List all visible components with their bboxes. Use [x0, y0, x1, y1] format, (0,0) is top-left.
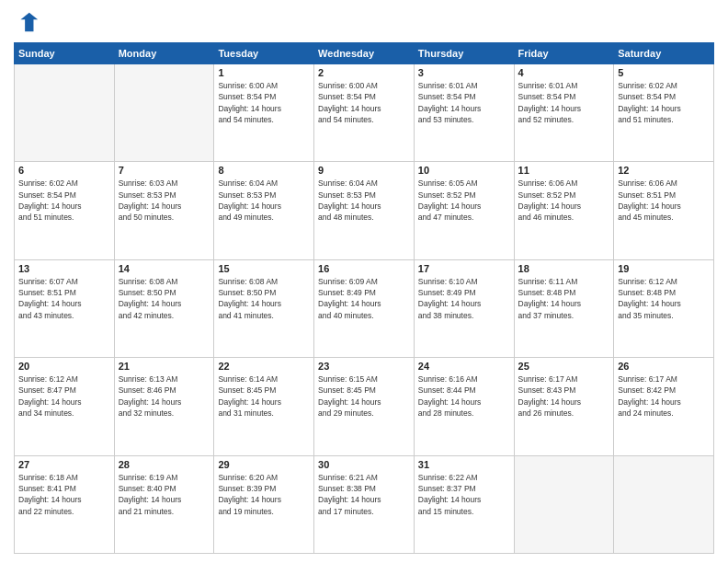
day-number: 3 — [418, 67, 510, 78]
day-cell: 7Sunrise: 6:03 AM Sunset: 8:53 PM Daylig… — [114, 162, 214, 259]
day-info: Sunrise: 6:02 AM Sunset: 8:54 PM Dayligh… — [618, 80, 710, 125]
day-cell: 23Sunrise: 6:15 AM Sunset: 8:45 PM Dayli… — [314, 358, 415, 455]
week-row-4: 20Sunrise: 6:12 AM Sunset: 8:47 PM Dayli… — [15, 358, 714, 455]
day-number: 31 — [418, 459, 510, 470]
day-info: Sunrise: 6:11 AM Sunset: 8:48 PM Dayligh… — [518, 276, 610, 321]
day-info: Sunrise: 6:05 AM Sunset: 8:52 PM Dayligh… — [418, 178, 510, 223]
week-row-1: 1Sunrise: 6:00 AM Sunset: 8:54 PM Daylig… — [15, 64, 714, 162]
day-number: 9 — [318, 165, 410, 176]
day-info: Sunrise: 6:17 AM Sunset: 8:43 PM Dayligh… — [518, 373, 610, 419]
header — [14, 9, 714, 35]
day-cell: 16Sunrise: 6:09 AM Sunset: 8:49 PM Dayli… — [314, 259, 415, 357]
day-cell: 4Sunrise: 6:01 AM Sunset: 8:54 PM Daylig… — [514, 64, 614, 162]
day-cell: 22Sunrise: 6:14 AM Sunset: 8:45 PM Dayli… — [214, 358, 314, 455]
day-cell: 28Sunrise: 6:19 AM Sunset: 8:40 PM Dayli… — [114, 455, 214, 553]
day-number: 16 — [318, 263, 410, 274]
day-number: 22 — [218, 361, 310, 372]
day-number: 28 — [119, 459, 210, 470]
day-number: 26 — [618, 361, 710, 372]
day-info: Sunrise: 6:09 AM Sunset: 8:49 PM Dayligh… — [318, 276, 410, 321]
day-cell — [614, 455, 714, 553]
day-cell — [114, 64, 214, 162]
day-info: Sunrise: 6:08 AM Sunset: 8:50 PM Dayligh… — [119, 276, 210, 321]
day-info: Sunrise: 6:01 AM Sunset: 8:54 PM Dayligh… — [418, 80, 510, 125]
day-number: 7 — [119, 165, 210, 176]
day-cell: 29Sunrise: 6:20 AM Sunset: 8:39 PM Dayli… — [214, 455, 314, 553]
day-info: Sunrise: 6:06 AM Sunset: 8:52 PM Dayligh… — [518, 178, 610, 223]
day-cell — [514, 455, 614, 553]
col-header-thursday: Thursday — [414, 43, 514, 64]
day-number: 17 — [418, 263, 510, 274]
day-info: Sunrise: 6:21 AM Sunset: 8:38 PM Dayligh… — [318, 472, 410, 517]
day-cell: 2Sunrise: 6:00 AM Sunset: 8:54 PM Daylig… — [314, 64, 415, 162]
day-cell: 1Sunrise: 6:00 AM Sunset: 8:54 PM Daylig… — [214, 64, 314, 162]
day-info: Sunrise: 6:16 AM Sunset: 8:44 PM Dayligh… — [418, 373, 510, 419]
day-number: 30 — [318, 459, 410, 470]
day-cell: 3Sunrise: 6:01 AM Sunset: 8:54 PM Daylig… — [414, 64, 514, 162]
calendar-table: SundayMondayTuesdayWednesdayThursdayFrid… — [14, 42, 714, 554]
page: SundayMondayTuesdayWednesdayThursdayFrid… — [0, 0, 728, 563]
day-cell: 24Sunrise: 6:16 AM Sunset: 8:44 PM Dayli… — [414, 358, 514, 455]
day-cell: 21Sunrise: 6:13 AM Sunset: 8:46 PM Dayli… — [114, 358, 214, 455]
week-row-2: 6Sunrise: 6:02 AM Sunset: 8:54 PM Daylig… — [15, 162, 714, 259]
day-info: Sunrise: 6:04 AM Sunset: 8:53 PM Dayligh… — [318, 178, 410, 223]
day-number: 14 — [119, 263, 210, 274]
day-info: Sunrise: 6:03 AM Sunset: 8:53 PM Dayligh… — [119, 178, 210, 223]
week-row-5: 27Sunrise: 6:18 AM Sunset: 8:41 PM Dayli… — [15, 455, 714, 553]
day-cell: 31Sunrise: 6:22 AM Sunset: 8:37 PM Dayli… — [414, 455, 514, 553]
day-number: 1 — [218, 67, 310, 78]
day-info: Sunrise: 6:10 AM Sunset: 8:49 PM Dayligh… — [418, 276, 510, 321]
day-cell: 5Sunrise: 6:02 AM Sunset: 8:54 PM Daylig… — [614, 64, 714, 162]
day-info: Sunrise: 6:22 AM Sunset: 8:37 PM Dayligh… — [418, 472, 510, 517]
day-number: 20 — [18, 361, 110, 372]
day-number: 25 — [518, 361, 610, 372]
day-number: 12 — [618, 165, 710, 176]
day-info: Sunrise: 6:18 AM Sunset: 8:41 PM Dayligh… — [18, 472, 110, 517]
day-number: 10 — [418, 165, 510, 176]
day-info: Sunrise: 6:17 AM Sunset: 8:42 PM Dayligh… — [618, 373, 710, 419]
day-number: 5 — [618, 67, 710, 78]
day-info: Sunrise: 6:00 AM Sunset: 8:54 PM Dayligh… — [318, 80, 410, 125]
week-row-3: 13Sunrise: 6:07 AM Sunset: 8:51 PM Dayli… — [15, 259, 714, 357]
day-number: 6 — [18, 165, 110, 176]
day-number: 24 — [418, 361, 510, 372]
day-cell: 10Sunrise: 6:05 AM Sunset: 8:52 PM Dayli… — [414, 162, 514, 259]
day-number: 13 — [18, 263, 110, 274]
day-info: Sunrise: 6:13 AM Sunset: 8:46 PM Dayligh… — [119, 373, 210, 419]
col-header-tuesday: Tuesday — [214, 43, 314, 64]
svg-marker-0 — [20, 13, 38, 32]
day-number: 27 — [18, 459, 110, 470]
col-header-sunday: Sunday — [15, 43, 115, 64]
col-header-friday: Friday — [514, 43, 614, 64]
day-cell: 11Sunrise: 6:06 AM Sunset: 8:52 PM Dayli… — [514, 162, 614, 259]
day-number: 19 — [618, 263, 710, 274]
day-info: Sunrise: 6:06 AM Sunset: 8:51 PM Dayligh… — [618, 178, 710, 223]
day-cell: 20Sunrise: 6:12 AM Sunset: 8:47 PM Dayli… — [15, 358, 115, 455]
day-cell — [15, 64, 115, 162]
day-info: Sunrise: 6:12 AM Sunset: 8:48 PM Dayligh… — [618, 276, 710, 321]
day-cell: 15Sunrise: 6:08 AM Sunset: 8:50 PM Dayli… — [214, 259, 314, 357]
day-cell: 12Sunrise: 6:06 AM Sunset: 8:51 PM Dayli… — [614, 162, 714, 259]
col-header-wednesday: Wednesday — [314, 43, 415, 64]
day-cell: 8Sunrise: 6:04 AM Sunset: 8:53 PM Daylig… — [214, 162, 314, 259]
day-info: Sunrise: 6:14 AM Sunset: 8:45 PM Dayligh… — [218, 373, 310, 419]
day-cell: 25Sunrise: 6:17 AM Sunset: 8:43 PM Dayli… — [514, 358, 614, 455]
day-number: 23 — [318, 361, 410, 372]
day-cell: 6Sunrise: 6:02 AM Sunset: 8:54 PM Daylig… — [15, 162, 115, 259]
day-info: Sunrise: 6:01 AM Sunset: 8:54 PM Dayligh… — [518, 80, 610, 125]
day-number: 18 — [518, 263, 610, 274]
day-number: 21 — [119, 361, 210, 372]
day-number: 2 — [318, 67, 410, 78]
day-info: Sunrise: 6:02 AM Sunset: 8:54 PM Dayligh… — [18, 178, 110, 223]
day-info: Sunrise: 6:15 AM Sunset: 8:45 PM Dayligh… — [318, 373, 410, 419]
logo-icon — [14, 9, 40, 35]
day-cell: 9Sunrise: 6:04 AM Sunset: 8:53 PM Daylig… — [314, 162, 415, 259]
day-info: Sunrise: 6:04 AM Sunset: 8:53 PM Dayligh… — [218, 178, 310, 223]
day-info: Sunrise: 6:19 AM Sunset: 8:40 PM Dayligh… — [119, 472, 210, 517]
logo — [14, 9, 41, 35]
day-number: 29 — [218, 459, 310, 470]
day-number: 8 — [218, 165, 310, 176]
day-cell: 30Sunrise: 6:21 AM Sunset: 8:38 PM Dayli… — [314, 455, 415, 553]
day-info: Sunrise: 6:07 AM Sunset: 8:51 PM Dayligh… — [18, 276, 110, 321]
day-cell: 19Sunrise: 6:12 AM Sunset: 8:48 PM Dayli… — [614, 259, 714, 357]
